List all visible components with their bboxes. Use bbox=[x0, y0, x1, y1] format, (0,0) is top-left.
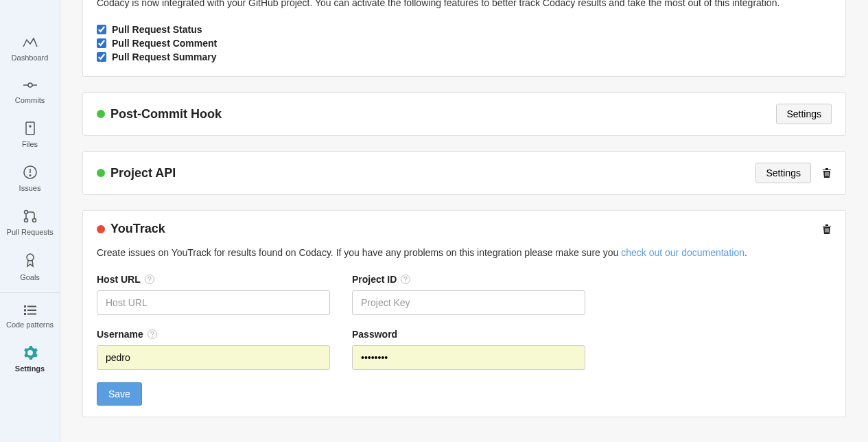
sidebar-item-label: Issues bbox=[19, 184, 41, 192]
sidebar-item-issues[interactable]: Issues bbox=[0, 156, 60, 200]
checkbox-pr-summary-row: Pull Request Summary bbox=[97, 51, 832, 62]
youtrack-desc-suffix: . bbox=[744, 247, 747, 258]
checkbox-pr-comment-row: Pull Request Comment bbox=[97, 38, 832, 49]
panel-title-wrap: YouTrack bbox=[97, 222, 165, 236]
panel-actions: Settings bbox=[776, 104, 832, 124]
project-id-input[interactable] bbox=[352, 290, 585, 315]
project-id-group: Project ID bbox=[352, 274, 585, 315]
sidebar-item-settings[interactable]: Settings bbox=[0, 337, 60, 381]
pull-requests-icon bbox=[23, 209, 38, 224]
files-icon bbox=[23, 121, 37, 136]
host-url-input[interactable] bbox=[97, 290, 330, 315]
checkbox-pr-status[interactable] bbox=[97, 25, 106, 34]
svg-rect-23 bbox=[825, 228, 826, 232]
checkbox-pr-status-label: Pull Request Status bbox=[112, 24, 202, 35]
youtrack-description: Create issues on YouTrack for results fo… bbox=[97, 246, 832, 260]
github-panel: Codacy is now integrated with your GitHu… bbox=[82, 0, 846, 77]
panel-header: Project API Settings bbox=[97, 163, 832, 183]
svg-rect-15 bbox=[24, 310, 26, 312]
username-label: Username bbox=[97, 329, 330, 340]
svg-point-27 bbox=[149, 281, 150, 283]
sidebar-item-files[interactable]: Files bbox=[0, 113, 60, 156]
sidebar-item-label: Pull Requests bbox=[7, 228, 54, 236]
checkbox-pr-comment-label: Pull Request Comment bbox=[112, 38, 217, 49]
sidebar-item-code-patterns[interactable]: Code patterns bbox=[0, 296, 60, 337]
youtrack-panel: YouTrack Create issues on YouTrack for r… bbox=[82, 210, 846, 417]
main-content: Codacy is now integrated with your GitHu… bbox=[60, 0, 868, 442]
panel-title-wrap: Project API bbox=[97, 166, 176, 181]
status-dot-green bbox=[97, 169, 105, 177]
svg-rect-24 bbox=[827, 228, 828, 232]
github-intro: Codacy is now integrated with your GitHu… bbox=[97, 0, 832, 10]
sidebar-item-dashboard[interactable]: Dashboard bbox=[0, 27, 60, 70]
panel-title-wrap: Post-Commit Hook bbox=[97, 107, 222, 121]
sidebar-item-label: Commits bbox=[15, 96, 45, 104]
svg-rect-18 bbox=[27, 314, 36, 315]
sidebar-item-label: Code patterns bbox=[6, 321, 54, 329]
panel-actions: Settings bbox=[755, 163, 832, 183]
post-commit-panel: Post-Commit Hook Settings bbox=[82, 92, 846, 136]
panel-header: YouTrack bbox=[97, 222, 832, 236]
status-dot-red bbox=[97, 225, 105, 233]
save-button[interactable]: Save bbox=[97, 382, 142, 406]
svg-rect-13 bbox=[24, 305, 26, 307]
documentation-link[interactable]: check out our documentation bbox=[621, 247, 744, 258]
svg-rect-3 bbox=[26, 122, 34, 135]
svg-rect-20 bbox=[825, 172, 826, 176]
trash-icon[interactable] bbox=[822, 224, 832, 235]
svg-point-29 bbox=[406, 281, 407, 283]
panel-actions bbox=[822, 224, 832, 235]
svg-point-4 bbox=[30, 126, 31, 127]
svg-rect-16 bbox=[27, 310, 36, 311]
post-commit-settings-button[interactable]: Settings bbox=[776, 104, 832, 124]
username-input[interactable] bbox=[97, 345, 330, 370]
host-url-label: Host URL bbox=[97, 274, 330, 285]
svg-rect-21 bbox=[827, 172, 828, 176]
panel-header: Post-Commit Hook Settings bbox=[97, 104, 832, 124]
svg-point-31 bbox=[152, 336, 153, 338]
svg-point-9 bbox=[24, 219, 27, 222]
svg-point-1 bbox=[28, 83, 32, 87]
gear-icon bbox=[23, 345, 38, 360]
code-patterns-icon bbox=[23, 304, 38, 316]
checkbox-pr-summary-label: Pull Request Summary bbox=[112, 51, 217, 62]
password-group: Password bbox=[352, 329, 585, 370]
youtrack-title: YouTrack bbox=[110, 222, 165, 236]
sidebar-item-label: Files bbox=[22, 140, 38, 148]
help-icon[interactable] bbox=[401, 275, 410, 284]
svg-point-7 bbox=[30, 175, 31, 176]
sidebar-item-goals[interactable]: Goals bbox=[0, 244, 60, 290]
svg-point-12 bbox=[27, 254, 34, 261]
help-icon[interactable] bbox=[145, 275, 154, 284]
checkbox-pr-comment[interactable] bbox=[97, 38, 106, 48]
checkbox-pr-status-row: Pull Request Status bbox=[97, 24, 832, 35]
sidebar: Dashboard Commits Files Issues Pull Requ… bbox=[0, 0, 60, 442]
svg-point-19 bbox=[28, 351, 32, 355]
trash-icon[interactable] bbox=[822, 167, 832, 178]
username-label-text: Username bbox=[97, 329, 143, 340]
password-input[interactable] bbox=[352, 345, 585, 370]
username-group: Username bbox=[97, 329, 330, 370]
svg-rect-14 bbox=[27, 306, 36, 307]
project-api-settings-button[interactable]: Settings bbox=[755, 163, 811, 183]
svg-rect-17 bbox=[24, 313, 26, 315]
status-dot-green bbox=[97, 110, 105, 118]
host-url-label-text: Host URL bbox=[97, 274, 141, 285]
youtrack-form: Host URL Project ID Username bbox=[97, 274, 832, 370]
checkbox-pr-summary[interactable] bbox=[97, 52, 106, 62]
help-icon[interactable] bbox=[148, 329, 157, 339]
issues-icon bbox=[23, 165, 38, 180]
password-label-text: Password bbox=[352, 329, 397, 340]
svg-point-8 bbox=[24, 211, 27, 214]
dashboard-icon bbox=[22, 36, 38, 49]
project-id-label-text: Project ID bbox=[352, 274, 397, 285]
sidebar-item-label: Goals bbox=[20, 273, 40, 281]
sidebar-divider bbox=[0, 292, 60, 293]
sidebar-item-commits[interactable]: Commits bbox=[0, 70, 60, 113]
sidebar-item-pull-requests[interactable]: Pull Requests bbox=[0, 200, 60, 244]
goals-icon bbox=[23, 253, 37, 269]
password-label: Password bbox=[352, 329, 585, 340]
project-api-panel: Project API Settings bbox=[82, 151, 846, 195]
host-url-group: Host URL bbox=[97, 274, 330, 315]
svg-rect-25 bbox=[828, 228, 829, 232]
